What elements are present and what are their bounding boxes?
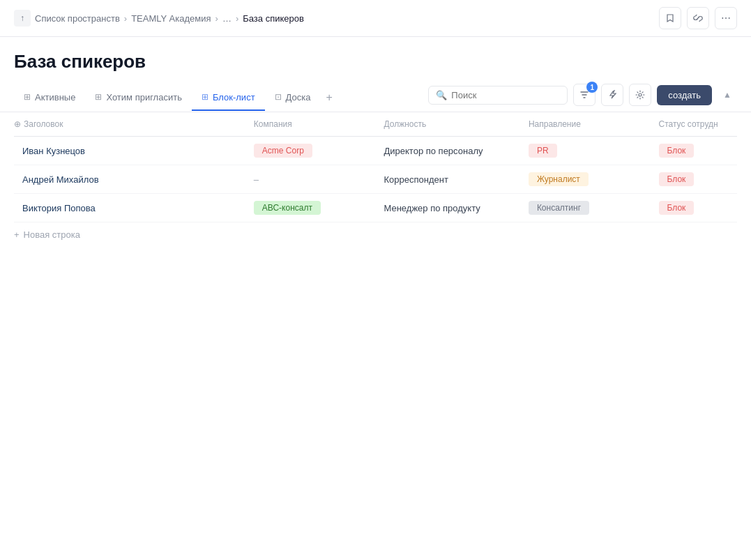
search-icon: 🔍 (436, 90, 447, 100)
page-title: База спикеров (0, 37, 751, 84)
row-direction: Консалтинг (520, 194, 651, 222)
table-row[interactable]: Иван КузнецовAcme CorpДиректор по персон… (14, 137, 737, 165)
filter-badge: 1 (586, 82, 598, 93)
tab-board[interactable]: ⊡ Доска (265, 85, 321, 111)
row-name: Иван Кузнецов (22, 146, 85, 156)
row-position: Корреспондент (375, 165, 519, 194)
bookmark-button[interactable] (659, 7, 681, 29)
col-header-company: Компания (245, 112, 376, 137)
separator: › (215, 13, 218, 24)
top-actions: ⋯ (659, 7, 737, 29)
tab-icon-active: ⊞ (24, 92, 31, 102)
lightning-button[interactable] (601, 84, 623, 106)
breadcrumb-item-teamly[interactable]: TEAMLY Академия (131, 13, 211, 24)
more-button[interactable]: ⋯ (715, 7, 737, 29)
table-row[interactable]: Виктория ПоповаАВС-консалтМенеджер по пр… (14, 194, 737, 222)
new-row-plus-icon: + (14, 229, 20, 240)
row-name: Виктория Попова (22, 203, 96, 213)
row-direction: Журналист (520, 165, 651, 194)
breadcrumb-item-ellipsis[interactable]: … (222, 13, 232, 24)
table-row[interactable]: Андрей Михайлов–КорреспондентЖурналистБл… (14, 165, 737, 194)
row-company: – (245, 165, 376, 194)
tabs: ⊞ Активные ⊞ Хотим пригласить ⊞ Блок-лис… (14, 84, 338, 111)
row-company: АВС-консалт (245, 194, 376, 222)
table-container: ⊕ Заголовок Компания Должность Направлен… (0, 112, 751, 247)
tab-icon-blocklist: ⊞ (202, 92, 208, 102)
tab-add-button[interactable]: + (320, 84, 337, 111)
search-input[interactable] (451, 90, 560, 100)
row-status: Блок (651, 194, 737, 222)
top-bar: ↑ Список пространств › TEAMLY Академия ›… (0, 0, 751, 37)
search-box[interactable]: 🔍 (428, 86, 568, 105)
col-header-direction: Направление (520, 112, 651, 137)
breadcrumb: ↑ Список пространств › TEAMLY Академия ›… (14, 10, 304, 27)
new-row-button[interactable]: + Новая строка (14, 222, 737, 247)
row-direction: PR (520, 137, 651, 165)
create-button[interactable]: создать (657, 85, 712, 105)
toolbar-right: 🔍 1 создать ▲ (428, 84, 737, 112)
breadcrumb-item-spaces[interactable]: Список пространств (35, 13, 120, 24)
svg-point-0 (639, 93, 642, 96)
col-header-title: ⊕ Заголовок (14, 112, 237, 136)
row-position: Директор по персоналу (375, 137, 519, 165)
more-icon: ⋯ (721, 13, 731, 24)
link-button[interactable] (687, 7, 709, 29)
tab-invite[interactable]: ⊞ Хотим пригласить (85, 85, 192, 111)
col-header-position: Должность (375, 112, 519, 137)
separator: › (124, 13, 127, 24)
col-header-status: Статус сотрудн (651, 112, 737, 137)
settings-button[interactable] (629, 84, 651, 106)
row-status: Блок (651, 137, 737, 165)
filter-button[interactable]: 1 (573, 84, 596, 106)
tab-active[interactable]: ⊞ Активные (14, 85, 85, 111)
collapse-button[interactable]: ▲ (718, 85, 737, 105)
row-position: Менеджер по продукту (375, 194, 519, 222)
up-button[interactable]: ↑ (14, 10, 31, 27)
title-icon: ⊕ (14, 119, 21, 129)
breadcrumb-current: База спикеров (243, 13, 304, 24)
row-company: Acme Corp (245, 137, 376, 165)
data-table: ⊕ Заголовок Компания Должность Направлен… (14, 112, 737, 222)
new-row-label: Новая строка (24, 229, 80, 240)
separator: › (236, 13, 238, 24)
tab-icon-board: ⊡ (275, 92, 282, 102)
tab-blocklist[interactable]: ⊞ Блок-лист (192, 85, 265, 111)
row-name: Андрей Михайлов (22, 174, 99, 185)
row-status: Блок (651, 165, 737, 194)
tabs-toolbar: ⊞ Активные ⊞ Хотим пригласить ⊞ Блок-лис… (0, 84, 751, 112)
tab-icon-invite: ⊞ (95, 92, 102, 102)
